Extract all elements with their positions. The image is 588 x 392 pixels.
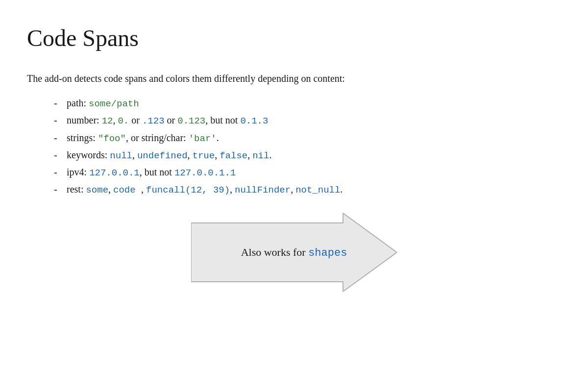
list-dash: - — [54, 112, 63, 128]
description-text: The add-on detects code spans and colors… — [27, 71, 561, 86]
list-item-content: strings: "foo", or string/char: 'bar'. — [67, 129, 219, 147]
list-item-content: keywords: null, undefined, true, false, … — [67, 147, 271, 164]
svg-marker-0 — [191, 213, 397, 292]
code-span-12: 12 — [102, 116, 113, 126]
code-span-foo: "foo" — [98, 133, 126, 144]
arrow-svg — [191, 213, 397, 292]
code-span-funcall: funcall(12, 39) — [146, 185, 230, 196]
code-span-path: some/path — [89, 98, 139, 109]
code-span-nil: nil — [252, 150, 269, 161]
list-item: - path: some/path — [54, 95, 561, 112]
list-item: - rest: some, code , funcall(12, 39), nu… — [54, 181, 561, 198]
list-dash: - — [54, 147, 63, 163]
list-item: - keywords: null, undefined, true, false… — [54, 147, 561, 164]
code-span-not-null: not_null — [295, 185, 340, 196]
code-span-ipv4-invalid: 127.0.0.1.1 — [174, 168, 236, 178]
list-dash: - — [54, 181, 63, 197]
page-title: Code Spans — [27, 24, 561, 51]
code-span-nullfinder: nullFinder — [235, 185, 291, 196]
list-dash: - — [54, 95, 63, 111]
list-dash: - — [54, 129, 63, 146]
code-span-code: code — [113, 185, 141, 196]
list-item-content: number: 12, 0. or .123 or 0.123, but not… — [67, 112, 268, 129]
code-span-ipv4: 127.0.0.1 — [89, 168, 140, 178]
code-span-dot123: .123 — [142, 116, 165, 126]
code-span-false: false — [220, 150, 247, 161]
list-item: - number: 12, 0. or .123 or 0.123, but n… — [54, 112, 561, 129]
list-item-content: path: some/path — [67, 95, 139, 112]
list-item-content: ipv4: 127.0.0.1, but not 127.0.0.1.1 — [67, 164, 236, 181]
list-item: - strings: "foo", or string/char: 'bar'. — [54, 129, 561, 147]
page-container: Code Spans The add-on detects code spans… — [0, 0, 588, 316]
code-span-0dot: 0. — [118, 116, 129, 126]
arrow-container: Also works for shapes — [27, 213, 561, 292]
list-item-content: rest: some, code , funcall(12, 39), null… — [67, 181, 343, 198]
code-span-true: true — [193, 150, 215, 161]
code-span-0dot1dot3: 0.1.3 — [240, 116, 268, 126]
arrow-shape: Also works for shapes — [191, 213, 397, 292]
list-item: - ipv4: 127.0.0.1, but not 127.0.0.1.1 — [54, 164, 561, 181]
code-span-undefined: undefined — [137, 150, 188, 161]
code-span-0dot123: 0.123 — [177, 116, 205, 126]
list-dash: - — [54, 164, 63, 180]
code-span-bar: 'bar' — [189, 133, 217, 144]
code-span-some: some — [86, 185, 108, 196]
code-span-null: null — [110, 150, 132, 161]
feature-list: - path: some/path - number: 12, 0. or .1… — [54, 95, 561, 198]
